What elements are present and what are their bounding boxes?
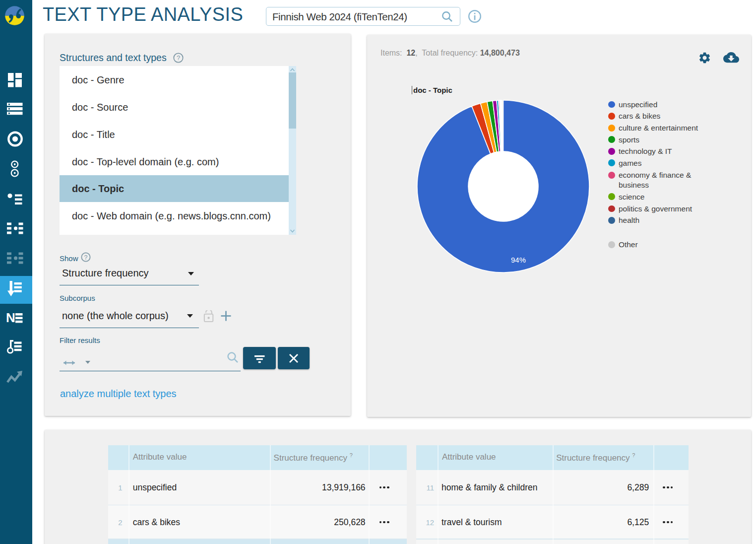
svg-text:?: ? [84, 254, 88, 261]
svg-text:?: ? [177, 54, 180, 62]
